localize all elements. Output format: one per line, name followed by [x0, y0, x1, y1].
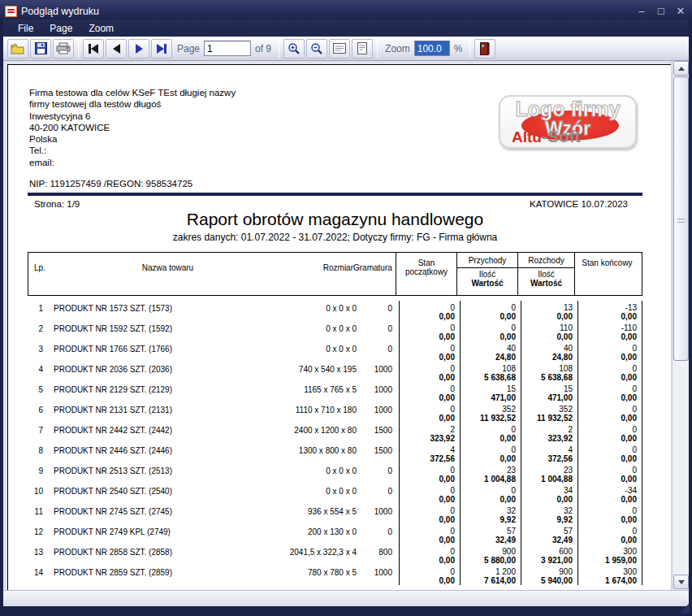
col-outcome: Rozchody Ilość Wartość: [517, 253, 574, 295]
row-final: 3001 959,00: [577, 544, 642, 565]
table-row: 8PRODUKT NR 2446 SZT. (2446)1300 x 800 x…: [28, 443, 642, 463]
minimize-button[interactable]: –: [635, 5, 648, 17]
title-bar: Podgląd wydruku – □ ✕: [0, 0, 692, 20]
printer-icon: [56, 42, 71, 54]
row-initial: 00,00: [399, 341, 460, 362]
whole-page-icon: [357, 42, 367, 54]
table-header: Lp. Nazwa towaru Rozmiar Gramatura Stan …: [28, 252, 642, 296]
table-row: 1PRODUKT NR 1573 SZT. (1573)0 x 0 x 0000…: [28, 301, 642, 321]
row-outcome: 329,92: [521, 504, 577, 524]
report-title: Raport obrotów magazynu handlowego: [28, 210, 642, 229]
company-logo: Logo firmy Wzór Altu-Soft: [499, 95, 637, 149]
row-product-name: PRODUKT NR 2513 SZT. (2513): [50, 463, 288, 484]
row-product-name: PRODUKT NR 2749 KPL (2749): [50, 524, 288, 544]
last-page-button[interactable]: [151, 39, 172, 59]
row-lp: 3: [28, 341, 50, 362]
vertical-scrollbar[interactable]: [672, 61, 689, 590]
report-content: Firma testowa dla celów KSeF TEst długie…: [28, 65, 642, 590]
menu-page[interactable]: Page: [41, 21, 80, 36]
toolbar-separator: [469, 40, 470, 58]
col-income: Przychody Ilość Wartość: [456, 253, 517, 295]
report-page: Firma testowa dla celów KSeF TEst długie…: [7, 64, 671, 590]
menu-file[interactable]: File: [10, 21, 41, 36]
row-size: 200 x 130 x 0: [288, 524, 357, 544]
thumb-grip: [677, 219, 685, 223]
value-label: Wartość: [518, 279, 574, 288]
company-line: email:: [29, 157, 236, 168]
value-label: Wartość: [457, 279, 517, 288]
preview-area: Firma testowa dla celów KSeF TEst długie…: [3, 61, 689, 590]
row-income: 00,00: [460, 301, 521, 321]
row-weight: 1000: [357, 402, 399, 423]
company-line: 40-200 KATOWICE: [29, 122, 236, 133]
company-line: firmy testowej dla testów długoś: [29, 98, 236, 110]
toolbar: Page of 9: [3, 37, 689, 61]
menu-zoom[interactable]: Zoom: [80, 21, 122, 36]
maximize-button[interactable]: □: [655, 5, 668, 17]
close-button[interactable]: ✕: [674, 5, 687, 17]
row-size: 0 x 0 x 0: [288, 463, 357, 484]
logo-brand: Altu-Soft: [512, 127, 581, 146]
row-initial: 00,00: [399, 301, 460, 321]
horizontal-scrollbar-track[interactable]: [3, 590, 689, 606]
table-row: 11PRODUKT NR 2745 SZT. (2745)936 x 554 x…: [28, 504, 642, 524]
scroll-up-button[interactable]: [673, 61, 689, 76]
scroll-down-button[interactable]: [673, 575, 689, 589]
col-size: Rozmiar: [284, 263, 353, 295]
scrollbar-thumb[interactable]: [673, 76, 689, 361]
save-button[interactable]: [30, 39, 51, 59]
table-row: 9PRODUKT NR 2513 SZT. (2513)0 x 0 x 0000…: [28, 463, 642, 484]
fit-width-button[interactable]: [329, 39, 350, 59]
row-income: 5732,49: [460, 524, 521, 544]
table-row: 12PRODUKT NR 2749 KPL (2749)200 x 130 x …: [28, 524, 642, 544]
row-initial: 00,00: [399, 382, 460, 402]
previous-page-button[interactable]: [106, 39, 127, 59]
row-income: 9005 880,00: [460, 544, 521, 565]
row-weight: 1000: [357, 362, 399, 382]
percent-label: %: [454, 43, 463, 54]
table-row: 3PRODUKT NR 1766 SZT. (1766)0 x 0 x 0000…: [28, 341, 642, 362]
row-initial: 00,00: [399, 362, 460, 382]
table-row: 13PRODUKT NR 2858 SZT. (2858)2041,5 x 32…: [28, 544, 642, 565]
col-lp: Lp.: [28, 263, 51, 295]
company-address-block: Firma testowa dla celów KSeF TEst długie…: [29, 87, 236, 168]
exit-button[interactable]: [474, 39, 495, 59]
resize-grip[interactable]: [679, 603, 690, 614]
row-weight: 0: [357, 301, 399, 321]
row-income: 00,00: [460, 321, 521, 341]
fit-page-button[interactable]: [352, 39, 373, 59]
row-weight: 1500: [357, 443, 399, 463]
zoom-out-button[interactable]: [306, 39, 327, 59]
row-final: 00,00: [577, 524, 642, 544]
row-outcome: 130,00: [521, 301, 577, 321]
row-lp: 6: [28, 402, 50, 423]
table-body: 1PRODUKT NR 1573 SZT. (1573)0 x 0 x 0000…: [28, 301, 642, 590]
open-button[interactable]: [7, 39, 28, 59]
row-lp: 14: [28, 565, 50, 585]
nip-regon-line: NIP: 1191257459 /REGON: 958534725: [29, 179, 192, 189]
row-income: 231 004,88: [460, 463, 521, 484]
table-row: 7PRODUKT NR 2442 SZT. (2442)2400 x 1200 …: [28, 423, 642, 443]
row-final: -340,00: [577, 484, 642, 504]
first-page-button[interactable]: [83, 39, 104, 59]
row-weight: 0: [357, 341, 399, 362]
print-button[interactable]: [53, 39, 74, 59]
table-row: 5PRODUKT NR 2129 SZT. (2129)1165 x 765 x…: [28, 382, 642, 402]
zoom-value-input[interactable]: [414, 41, 450, 56]
row-lp: 13: [28, 544, 50, 565]
row-product-name: PRODUKT NR 1766 SZT. (1766): [50, 341, 288, 362]
col-outcome-sub: Ilość Wartość: [518, 268, 574, 288]
row-outcome: 4372,56: [521, 443, 577, 463]
row-initial: 4372,56: [399, 443, 460, 463]
row-lp: 9: [28, 463, 50, 484]
page-label: Page: [177, 43, 200, 54]
zoom-in-button[interactable]: [283, 39, 305, 59]
row-outcome: 1100,00: [521, 321, 577, 341]
next-page-button[interactable]: [128, 39, 149, 59]
page-width-icon: [333, 43, 346, 54]
row-initial: 00,00: [399, 504, 460, 524]
page-number-input[interactable]: [204, 41, 251, 56]
row-size: 936 x 554 x 5: [288, 504, 357, 524]
row-lp: 7: [28, 423, 50, 443]
col-name: Nazwa towaru: [51, 263, 284, 295]
